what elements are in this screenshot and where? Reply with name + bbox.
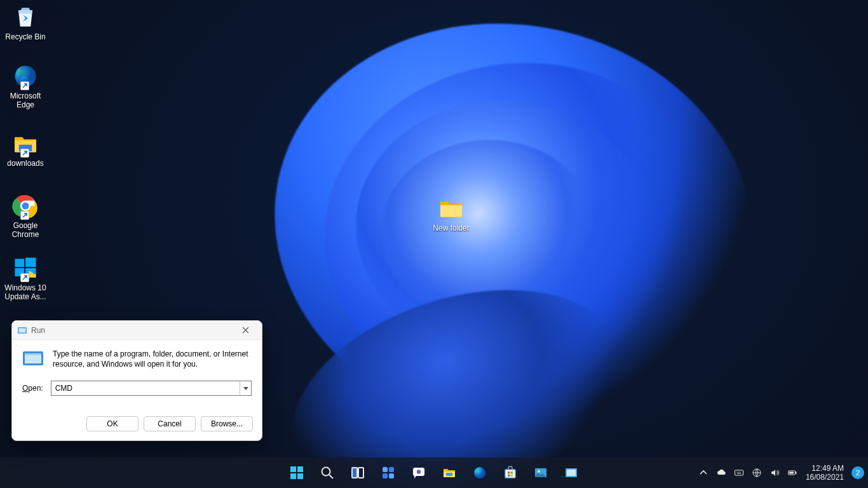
open-combobox[interactable] bbox=[51, 381, 252, 396]
icon-label: downloads bbox=[1, 159, 50, 168]
svg-point-36 bbox=[538, 470, 540, 473]
cloud-icon bbox=[716, 468, 726, 478]
keyboard-icon bbox=[734, 468, 744, 478]
svg-rect-42 bbox=[796, 472, 797, 474]
open-input[interactable] bbox=[51, 381, 240, 395]
combobox-dropdown-button[interactable] bbox=[240, 381, 251, 395]
svg-rect-38 bbox=[567, 470, 576, 476]
svg-rect-39 bbox=[735, 470, 743, 475]
svg-rect-30 bbox=[505, 470, 515, 478]
notification-badge[interactable]: 2 bbox=[851, 466, 864, 479]
task-view-button[interactable] bbox=[344, 460, 371, 485]
svg-rect-9 bbox=[29, 274, 36, 278]
search-button[interactable] bbox=[314, 460, 341, 485]
search-icon bbox=[320, 465, 335, 480]
svg-rect-22 bbox=[383, 467, 388, 472]
start-button[interactable] bbox=[283, 460, 310, 485]
desktop-icon-downloads[interactable]: downloads bbox=[1, 130, 50, 168]
edge-taskbar-button[interactable] bbox=[466, 460, 493, 485]
run-icon bbox=[564, 465, 579, 480]
widgets-button[interactable] bbox=[375, 460, 402, 485]
taskbar-clock[interactable]: 12:49 AM 16/08/2021 bbox=[802, 464, 848, 482]
windows-start-icon bbox=[289, 465, 304, 480]
close-icon bbox=[242, 327, 249, 334]
edge-icon bbox=[472, 465, 487, 480]
shortcut-arrow-icon bbox=[20, 273, 29, 282]
svg-rect-28 bbox=[446, 473, 452, 476]
tray-battery[interactable] bbox=[784, 460, 801, 485]
taskbar-date: 16/08/2021 bbox=[806, 473, 844, 482]
store-button[interactable] bbox=[497, 460, 524, 485]
shortcut-arrow-icon bbox=[20, 149, 29, 158]
svg-rect-21 bbox=[358, 468, 363, 478]
chevron-up-icon bbox=[698, 468, 709, 478]
system-tray: 12:49 AM 16/08/2021 2 bbox=[695, 458, 864, 488]
svg-rect-17 bbox=[290, 473, 296, 479]
svg-rect-18 bbox=[297, 473, 303, 479]
browse-button[interactable]: Browse... bbox=[201, 416, 253, 431]
svg-rect-32 bbox=[511, 471, 513, 474]
windows-update-icon bbox=[11, 254, 39, 282]
chevron-down-icon bbox=[243, 387, 248, 390]
tray-network[interactable] bbox=[749, 460, 765, 485]
svg-rect-5 bbox=[15, 259, 25, 267]
task-view-icon bbox=[350, 465, 365, 480]
svg-rect-15 bbox=[290, 466, 296, 472]
shortcut-arrow-icon bbox=[20, 211, 29, 220]
svg-rect-31 bbox=[508, 471, 510, 474]
svg-point-27 bbox=[417, 470, 421, 473]
svg-rect-23 bbox=[389, 467, 394, 472]
run-message: Type the name of a program, folder, docu… bbox=[53, 349, 252, 369]
run-taskbar-button[interactable] bbox=[558, 460, 585, 485]
folder-icon bbox=[437, 194, 465, 222]
network-icon bbox=[752, 468, 762, 478]
volume-icon bbox=[770, 468, 780, 478]
tray-overflow-button[interactable] bbox=[695, 460, 712, 485]
chat-icon bbox=[411, 465, 426, 480]
folder-icon bbox=[11, 130, 39, 158]
desktop-icon-new-folder[interactable]: New folder bbox=[427, 194, 475, 233]
desktop-icon-win10-update[interactable]: Windows 10 Update As... bbox=[1, 254, 50, 301]
svg-point-29 bbox=[474, 467, 485, 478]
desktop-icon-recycle-bin[interactable]: Recycle Bin bbox=[1, 3, 50, 41]
file-explorer-button[interactable] bbox=[436, 460, 463, 485]
desktop-icon-chrome[interactable]: Google Chrome bbox=[1, 192, 50, 239]
desktop-icon-edge[interactable]: Microsoft Edge bbox=[1, 62, 50, 109]
svg-rect-20 bbox=[352, 468, 357, 478]
svg-point-19 bbox=[322, 468, 330, 476]
svg-rect-43 bbox=[789, 472, 794, 474]
svg-rect-34 bbox=[511, 475, 513, 477]
svg-rect-24 bbox=[383, 473, 388, 478]
store-icon bbox=[503, 465, 518, 480]
edge-icon bbox=[11, 62, 39, 90]
close-button[interactable] bbox=[233, 323, 258, 337]
icon-label: Microsoft Edge bbox=[1, 92, 50, 109]
chrome-icon bbox=[11, 192, 39, 220]
svg-rect-25 bbox=[389, 473, 394, 478]
icon-label: Windows 10 Update As... bbox=[1, 283, 50, 301]
taskbar-center bbox=[283, 460, 585, 485]
taskbar-time: 12:49 AM bbox=[806, 464, 844, 473]
battery-icon bbox=[787, 468, 797, 478]
mail-button[interactable] bbox=[527, 460, 554, 485]
widgets-icon bbox=[381, 465, 396, 480]
tray-keyboard[interactable] bbox=[731, 460, 747, 485]
tray-onedrive[interactable] bbox=[713, 460, 729, 485]
svg-rect-11 bbox=[19, 328, 26, 332]
file-explorer-icon bbox=[442, 465, 457, 480]
taskbar: 12:49 AM 16/08/2021 2 bbox=[0, 458, 868, 488]
recycle-bin-icon bbox=[11, 3, 39, 31]
open-label: Open: bbox=[22, 384, 43, 393]
ok-button[interactable]: OK bbox=[86, 416, 139, 431]
tray-volume[interactable] bbox=[766, 460, 783, 485]
shortcut-arrow-icon bbox=[20, 81, 29, 90]
svg-rect-33 bbox=[508, 475, 510, 477]
icon-label: New folder bbox=[427, 224, 475, 233]
run-titlebar[interactable]: Run bbox=[12, 321, 262, 340]
svg-rect-6 bbox=[25, 258, 36, 268]
run-body-icon bbox=[22, 349, 44, 368]
run-title-text: Run bbox=[31, 326, 233, 335]
icon-label: Google Chrome bbox=[1, 221, 50, 239]
chat-button[interactable] bbox=[405, 460, 432, 485]
cancel-button[interactable]: Cancel bbox=[144, 416, 196, 431]
